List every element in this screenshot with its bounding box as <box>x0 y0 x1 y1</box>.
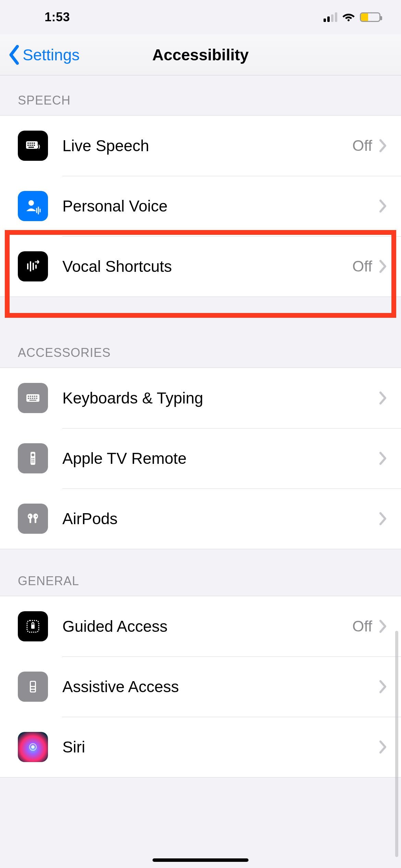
section-header-speech: SPEECH <box>0 75 401 115</box>
vocal-shortcuts-row[interactable]: Vocal Shortcuts Off <box>0 236 401 297</box>
section-header-accessories: ACCESSORIES <box>0 321 401 367</box>
svg-rect-32 <box>32 458 33 459</box>
live-speech-label: Live Speech <box>62 136 352 155</box>
svg-rect-37 <box>33 461 34 462</box>
svg-rect-33 <box>33 458 34 459</box>
svg-rect-24 <box>28 398 29 399</box>
assistive-access-icon <box>18 672 48 702</box>
svg-rect-27 <box>34 398 35 399</box>
guided-access-value: Off <box>352 618 372 635</box>
assistive-access-row[interactable]: Assistive Access <box>0 656 401 717</box>
personal-voice-label: Personal Voice <box>62 197 372 215</box>
vocal-shortcuts-icon <box>18 251 48 281</box>
svg-point-42 <box>29 516 30 517</box>
svg-rect-8 <box>34 145 35 146</box>
svg-point-51 <box>31 745 35 749</box>
svg-point-31 <box>32 454 34 456</box>
svg-rect-5 <box>27 145 29 146</box>
home-indicator <box>153 858 248 862</box>
keyboards-typing-row[interactable]: Keyboards & Typing <box>0 368 401 428</box>
svg-rect-9 <box>28 147 34 148</box>
guided-access-icon <box>18 611 48 641</box>
scroll-indicator <box>395 631 398 857</box>
chevron-right-icon <box>378 391 387 405</box>
live-speech-icon <box>18 131 48 161</box>
status-indicators <box>324 12 380 22</box>
live-speech-value: Off <box>352 137 372 154</box>
chevron-right-icon <box>378 199 387 213</box>
svg-rect-34 <box>32 460 33 461</box>
siri-icon <box>18 732 48 762</box>
apple-tv-remote-label: Apple TV Remote <box>62 449 372 468</box>
chevron-right-icon <box>378 260 387 273</box>
svg-rect-25 <box>30 398 31 399</box>
svg-rect-41 <box>35 518 36 523</box>
svg-rect-26 <box>32 398 33 399</box>
cellular-icon <box>324 12 337 22</box>
svg-rect-36 <box>32 461 33 462</box>
chevron-left-icon <box>8 45 21 65</box>
personal-voice-icon <box>18 191 48 221</box>
svg-rect-48 <box>31 687 35 689</box>
keyboards-typing-label: Keyboards & Typing <box>62 389 372 407</box>
svg-point-43 <box>36 516 37 517</box>
siri-label: Siri <box>62 738 372 756</box>
assistive-access-label: Assistive Access <box>62 677 372 696</box>
wifi-icon <box>342 12 355 22</box>
airpods-label: AirPods <box>62 509 372 528</box>
svg-rect-47 <box>31 682 35 686</box>
vocal-shortcuts-value: Off <box>352 258 372 275</box>
speech-list: Live Speech Off Personal Voice Vocal Sho… <box>0 115 401 297</box>
status-bar: 1:53 <box>0 0 401 34</box>
chevron-right-icon <box>378 740 387 754</box>
svg-rect-1 <box>27 143 29 144</box>
svg-point-10 <box>28 200 34 206</box>
guided-access-label: Guided Access <box>62 617 352 636</box>
svg-rect-29 <box>29 400 36 401</box>
svg-rect-21 <box>32 396 33 397</box>
accessories-list: Keyboards & Typing Apple TV Remote AirPo… <box>0 367 401 549</box>
general-list: Guided Access Off Assistive Access Siri <box>0 596 401 777</box>
svg-rect-23 <box>36 396 37 397</box>
apple-tv-remote-icon <box>18 443 48 473</box>
svg-rect-2 <box>29 143 31 144</box>
chevron-right-icon <box>378 680 387 694</box>
vocal-shortcuts-label: Vocal Shortcuts <box>62 257 352 276</box>
airpods-row[interactable]: AirPods <box>0 489 401 549</box>
svg-rect-39 <box>29 518 31 523</box>
keyboard-icon <box>18 383 48 413</box>
status-time: 1:53 <box>0 10 70 24</box>
svg-rect-19 <box>28 396 29 397</box>
apple-tv-remote-row[interactable]: Apple TV Remote <box>0 428 401 489</box>
nav-header: Settings Accessibility <box>0 34 401 75</box>
chevron-right-icon <box>378 512 387 526</box>
personal-voice-row[interactable]: Personal Voice <box>0 176 401 236</box>
svg-rect-4 <box>34 143 35 144</box>
chevron-right-icon <box>378 451 387 465</box>
svg-rect-45 <box>31 625 35 629</box>
svg-rect-7 <box>32 145 33 146</box>
back-label: Settings <box>23 46 80 64</box>
guided-access-row[interactable]: Guided Access Off <box>0 596 401 656</box>
chevron-right-icon <box>378 619 387 633</box>
back-button[interactable]: Settings <box>0 45 80 65</box>
svg-rect-22 <box>34 396 35 397</box>
chevron-right-icon <box>378 139 387 153</box>
live-speech-row[interactable]: Live Speech Off <box>0 116 401 176</box>
svg-rect-28 <box>36 398 37 399</box>
svg-rect-3 <box>32 143 33 144</box>
airpods-icon <box>18 504 48 534</box>
battery-icon <box>360 12 380 22</box>
siri-row[interactable]: Siri <box>0 717 401 777</box>
svg-rect-49 <box>31 690 35 691</box>
svg-rect-6 <box>29 145 31 146</box>
svg-rect-35 <box>33 460 34 461</box>
section-header-general: GENERAL <box>0 549 401 596</box>
svg-rect-20 <box>30 396 31 397</box>
